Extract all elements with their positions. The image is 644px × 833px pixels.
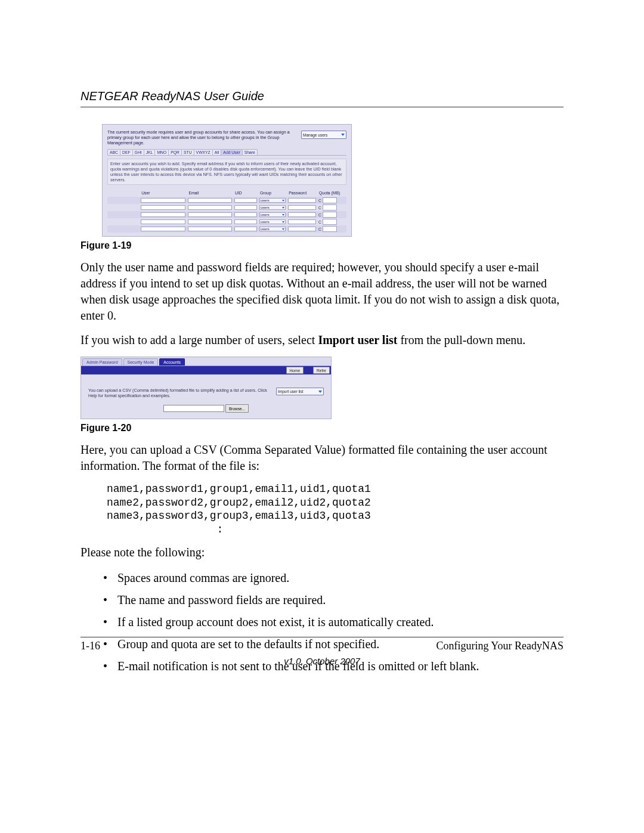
- quota-input[interactable]: [323, 226, 337, 232]
- chevron-down-icon: [282, 221, 284, 223]
- user-input[interactable]: [141, 205, 185, 210]
- group-select[interactable]: users: [259, 198, 286, 203]
- quota-input[interactable]: [323, 212, 337, 218]
- tab-ghi[interactable]: GHI: [132, 149, 144, 155]
- paragraph-3: Here, you can upload a CSV (Comma Separa…: [80, 442, 564, 474]
- uid-input[interactable]: [234, 212, 257, 217]
- quota-prefix: C: [318, 213, 321, 217]
- col-quota: Quota (MB): [317, 191, 346, 197]
- col-email: Email: [187, 191, 233, 197]
- chevron-down-icon: [341, 134, 345, 136]
- col-password: Password: [287, 191, 317, 197]
- tab-share[interactable]: Share: [242, 149, 258, 155]
- quota-prefix: C: [318, 206, 321, 210]
- fig19-user-table: User Email UID Group Password Quota (MB)…: [107, 191, 346, 233]
- col-user: User: [140, 191, 187, 197]
- chevron-down-icon: [282, 214, 284, 216]
- footer-rule: [80, 637, 564, 637]
- table-row: usersC: [107, 211, 346, 218]
- fig19-tab-strip: ABC DEF GHI JKL MNO PQR STU VWXYZ All Ad…: [107, 149, 346, 156]
- password-input[interactable]: [288, 212, 316, 217]
- list-item: If a listed group account does not exist…: [107, 613, 564, 631]
- footer-page-number: 1-16: [80, 640, 100, 652]
- tab-mno[interactable]: MNO: [154, 149, 169, 155]
- uid-input[interactable]: [234, 198, 257, 203]
- uid-input[interactable]: [234, 227, 257, 231]
- browse-button[interactable]: Browse...: [225, 404, 249, 413]
- top-tab-accounts[interactable]: Accounts: [159, 358, 185, 366]
- user-input[interactable]: [141, 219, 185, 224]
- tab-pqr[interactable]: PQR: [168, 149, 182, 155]
- tab-add-user[interactable]: Add User: [221, 149, 242, 155]
- table-row: usersC: [107, 197, 346, 204]
- group-select[interactable]: users: [259, 212, 286, 217]
- quota-input[interactable]: [323, 219, 337, 225]
- user-input[interactable]: [141, 198, 185, 203]
- quota-input[interactable]: [323, 205, 337, 210]
- footer-version: v1.0, October 2007: [80, 656, 564, 666]
- figure-20-caption: Figure 1-20: [80, 423, 564, 433]
- list-item: Spaces around commas are ignored.: [107, 569, 564, 587]
- home-button[interactable]: Home: [286, 367, 304, 374]
- fig19-help-text: Enter user accounts you wish to add. Spe…: [107, 159, 346, 185]
- chevron-down-icon: [318, 391, 322, 393]
- table-row: usersC: [107, 218, 346, 225]
- refresh-button[interactable]: Refre: [313, 367, 330, 374]
- tab-def[interactable]: DEF: [120, 149, 133, 155]
- chevron-down-icon: [282, 200, 284, 202]
- csv-format-block: name1,password1,group1,email1,uid1,quota…: [107, 482, 564, 536]
- group-select[interactable]: users: [259, 227, 286, 231]
- figure-19-screenshot: The current security mode requires user …: [102, 124, 352, 237]
- list-item: The name and password fields are require…: [107, 591, 564, 609]
- table-row: usersC: [107, 204, 346, 211]
- col-group: Group: [258, 191, 287, 197]
- password-input[interactable]: [288, 198, 316, 203]
- tab-vwxyz[interactable]: VWXYZ: [194, 149, 213, 155]
- group-select[interactable]: users: [259, 219, 286, 224]
- password-input[interactable]: [288, 219, 316, 224]
- uid-input[interactable]: [234, 219, 257, 224]
- quota-prefix: C: [318, 199, 321, 203]
- fig20-message: You can upload a CSV (Comma delimited) f…: [88, 388, 273, 398]
- quota-prefix: C: [318, 227, 321, 231]
- footer-section-title: Configuring Your ReadyNAS: [436, 640, 564, 652]
- manage-users-select[interactable]: Manage users: [301, 131, 346, 139]
- quota-prefix: C: [318, 220, 321, 224]
- email-input[interactable]: [188, 219, 232, 224]
- paragraph-1: Only the user name and password fields a…: [80, 259, 564, 324]
- manage-users-select-label: Manage users: [303, 133, 327, 137]
- paragraph-4: Please note the following:: [80, 544, 564, 561]
- tab-abc[interactable]: ABC: [107, 149, 120, 155]
- col-uid: UID: [233, 191, 258, 197]
- fig19-intro-text: The current security mode requires user …: [107, 129, 298, 145]
- tab-jkl[interactable]: JKL: [144, 149, 156, 155]
- file-path-input[interactable]: [163, 405, 224, 412]
- chevron-down-icon: [282, 207, 284, 209]
- tab-all[interactable]: All: [212, 149, 222, 155]
- import-user-list-select[interactable]: Import user list: [276, 388, 324, 395]
- email-input[interactable]: [188, 212, 232, 217]
- chevron-down-icon: [282, 228, 284, 230]
- table-row: usersC: [107, 225, 346, 233]
- user-input[interactable]: [141, 212, 185, 217]
- quota-input[interactable]: [323, 197, 337, 203]
- figure-20-screenshot: Admin Password Security Mode Accounts Ho…: [80, 357, 332, 419]
- paragraph-2: If you wish to add a large number of use…: [80, 332, 564, 348]
- top-tab-security-mode[interactable]: Security Mode: [123, 358, 159, 366]
- header-rule: [80, 107, 564, 107]
- top-tab-admin-password[interactable]: Admin Password: [82, 358, 122, 366]
- user-input[interactable]: [141, 227, 185, 231]
- password-input[interactable]: [288, 227, 316, 231]
- figure-19-caption: Figure 1-19: [80, 240, 564, 251]
- email-input[interactable]: [188, 198, 232, 203]
- uid-input[interactable]: [234, 205, 257, 210]
- email-input[interactable]: [188, 227, 232, 231]
- import-select-label: Import user list: [278, 389, 304, 394]
- doc-header-title: NETGEAR ReadyNAS User Guide: [80, 89, 564, 103]
- password-input[interactable]: [288, 205, 316, 210]
- group-select[interactable]: users: [259, 205, 286, 210]
- tab-stu[interactable]: STU: [181, 149, 194, 155]
- email-input[interactable]: [188, 205, 232, 210]
